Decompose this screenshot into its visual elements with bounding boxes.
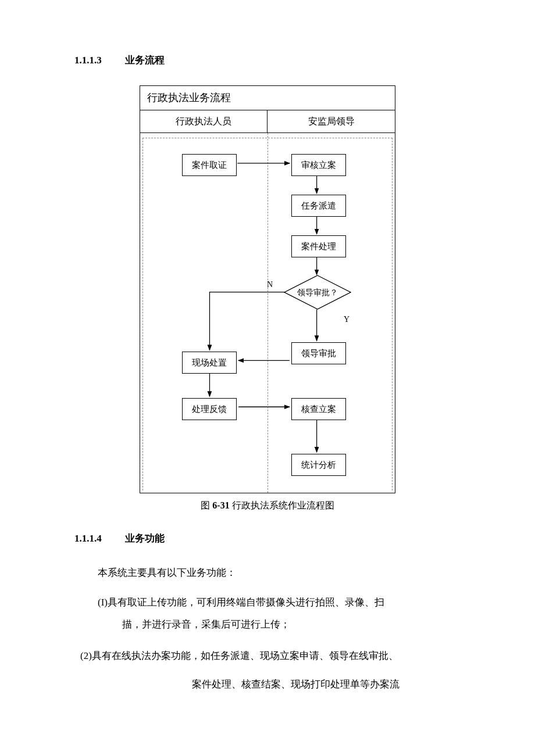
- node-decision-label: 领导审批？: [284, 286, 351, 299]
- figure-caption-prefix: 图: [201, 500, 210, 510]
- flowchart-connectors: [140, 133, 395, 493]
- node-case-handle: 案件处理: [291, 235, 346, 257]
- node-onsite: 现场处置: [182, 352, 237, 374]
- node-evidence: 案件取证: [182, 154, 237, 176]
- list-item-1-line2: 描，并进行录音，采集后可进行上传；: [122, 613, 465, 637]
- node-task-dispatch: 任务派遣: [291, 195, 346, 217]
- node-review-file: 审核立案: [291, 154, 346, 176]
- section-2-number: 1.1.1.4: [74, 533, 102, 544]
- flowchart: 行政执法业务流程 行政执法人员 安监局领导: [140, 85, 395, 493]
- lane-header-right: 安监局领导: [268, 110, 395, 132]
- node-close-case: 核查立案: [291, 398, 346, 420]
- section-2-title: 业务功能: [125, 533, 165, 544]
- node-decision: 领导审批？: [284, 275, 351, 310]
- flowchart-title: 行政执法业务流程: [140, 86, 395, 110]
- figure-caption-text: 行政执法系统作业流程图: [232, 500, 334, 510]
- flowchart-body: 案件取证 现场处置 处理反馈 审核立案 任务派遣 案件处理 领导审批？ N Y …: [140, 132, 395, 493]
- section-1-number: 1.1.1.3: [74, 55, 102, 66]
- figure-caption: 图 6-31 行政执法系统作业流程图: [70, 498, 465, 513]
- node-approval: 领导审批: [291, 342, 346, 364]
- label-yes: Y: [344, 313, 349, 326]
- section-1-heading: 1.1.1.3业务流程: [74, 52, 465, 68]
- intro-paragraph: 本系统主要具有以下业务功能：: [98, 560, 465, 586]
- figure-caption-number: 6-31: [212, 500, 229, 510]
- node-stats: 统计分析: [291, 454, 346, 476]
- list-item-2-line2: 案件处理、核查结案、现场打印处理单等办案流: [192, 673, 465, 697]
- flowchart-container: 行政执法业务流程 行政执法人员 安监局领导: [70, 85, 465, 493]
- section-2-heading: 1.1.1.4业务功能: [74, 531, 465, 546]
- list-item-1-line1: (I)具有取证上传功能，可利用终端自带摄像头进行拍照、录像、扫: [98, 592, 465, 613]
- flowchart-lanes-header: 行政执法人员 安监局领导: [140, 110, 395, 132]
- list-item-2-line1: (2)具有在线执法办案功能，如任务派遣、现场立案申请、领导在线审批、: [80, 645, 465, 667]
- label-no: N: [267, 278, 273, 291]
- node-feedback: 处理反馈: [182, 398, 237, 420]
- section-1-title: 业务流程: [125, 55, 165, 66]
- lane-header-left: 行政执法人员: [140, 110, 268, 132]
